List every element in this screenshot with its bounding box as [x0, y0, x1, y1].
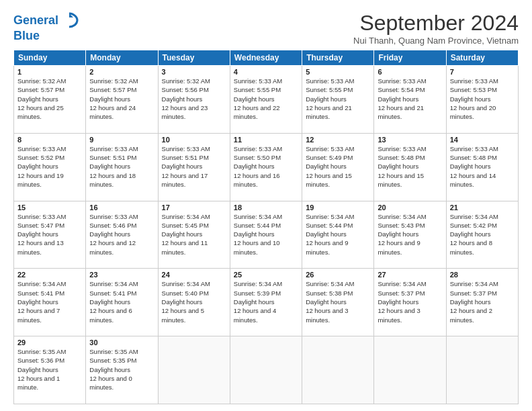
day-info: Sunrise: 5:33 AM Sunset: 5:51 PM Dayligh…: [162, 144, 226, 189]
day-number: 25: [234, 271, 298, 279]
day-info: Sunrise: 5:34 AM Sunset: 5:37 PM Dayligh…: [450, 279, 515, 324]
logo: General Blue: [13, 11, 79, 42]
table-row: 14 Sunrise: 5:33 AM Sunset: 5:48 PM Dayl…: [446, 133, 518, 201]
table-row: 9 Sunrise: 5:33 AM Sunset: 5:51 PM Dayli…: [86, 133, 158, 201]
day-number: 24: [162, 271, 226, 279]
day-info: Sunrise: 5:33 AM Sunset: 5:54 PM Dayligh…: [378, 77, 442, 121]
day-number: 21: [450, 203, 515, 212]
day-number: 16: [89, 203, 154, 212]
table-row: 29 Sunrise: 5:35 AM Sunset: 5:36 PM Dayl…: [14, 336, 86, 404]
day-info: Sunrise: 5:33 AM Sunset: 5:51 PM Dayligh…: [89, 144, 154, 189]
day-info: Sunrise: 5:33 AM Sunset: 5:50 PM Dayligh…: [234, 144, 298, 189]
table-row: 28 Sunrise: 5:34 AM Sunset: 5:37 PM Dayl…: [446, 269, 518, 336]
table-row: 27 Sunrise: 5:34 AM Sunset: 5:37 PM Dayl…: [374, 269, 446, 336]
table-row: 16 Sunrise: 5:33 AM Sunset: 5:46 PM Dayl…: [86, 201, 158, 269]
day-number: 7: [450, 68, 515, 76]
table-row: 5 Sunrise: 5:33 AM Sunset: 5:55 PM Dayli…: [302, 66, 374, 134]
table-row: 7 Sunrise: 5:33 AM Sunset: 5:53 PM Dayli…: [446, 66, 518, 134]
day-info: Sunrise: 5:33 AM Sunset: 5:55 PM Dayligh…: [306, 77, 370, 121]
table-row: 22 Sunrise: 5:34 AM Sunset: 5:41 PM Dayl…: [14, 269, 86, 336]
col-header-wednesday: Wednesday: [230, 50, 302, 66]
col-header-sunday: Sunday: [14, 50, 86, 66]
day-number: 14: [450, 136, 515, 144]
table-row: 21 Sunrise: 5:34 AM Sunset: 5:42 PM Dayl…: [446, 201, 518, 269]
table-row: 1 Sunrise: 5:32 AM Sunset: 5:57 PM Dayli…: [14, 66, 86, 134]
day-info: Sunrise: 5:34 AM Sunset: 5:39 PM Dayligh…: [234, 279, 298, 324]
day-number: 23: [89, 271, 154, 279]
table-row: 15 Sunrise: 5:33 AM Sunset: 5:47 PM Dayl…: [14, 201, 86, 269]
day-info: Sunrise: 5:33 AM Sunset: 5:47 PM Dayligh…: [17, 212, 82, 257]
day-info: Sunrise: 5:33 AM Sunset: 5:49 PM Dayligh…: [306, 144, 370, 189]
month-title: September 2024: [353, 11, 519, 36]
table-row: [230, 336, 302, 404]
day-info: Sunrise: 5:32 AM Sunset: 5:57 PM Dayligh…: [17, 77, 82, 121]
day-number: 12: [306, 136, 370, 144]
day-number: 27: [378, 271, 442, 279]
day-number: 18: [234, 203, 298, 212]
col-header-monday: Monday: [86, 50, 158, 66]
day-number: 26: [306, 271, 370, 279]
day-info: Sunrise: 5:34 AM Sunset: 5:45 PM Dayligh…: [162, 212, 226, 257]
day-info: Sunrise: 5:34 AM Sunset: 5:42 PM Dayligh…: [450, 212, 515, 257]
day-info: Sunrise: 5:33 AM Sunset: 5:53 PM Dayligh…: [450, 77, 515, 121]
logo-icon: [60, 11, 79, 30]
col-header-saturday: Saturday: [446, 50, 518, 66]
day-number: 22: [17, 271, 82, 279]
day-info: Sunrise: 5:35 AM Sunset: 5:36 PM Dayligh…: [17, 347, 82, 392]
day-number: 17: [162, 203, 226, 212]
day-number: 6: [378, 68, 442, 76]
table-row: 6 Sunrise: 5:33 AM Sunset: 5:54 PM Dayli…: [374, 66, 446, 134]
table-row: 10 Sunrise: 5:33 AM Sunset: 5:51 PM Dayl…: [158, 133, 230, 201]
day-info: Sunrise: 5:33 AM Sunset: 5:55 PM Dayligh…: [234, 77, 298, 121]
location: Nui Thanh, Quang Nam Province, Vietnam: [353, 36, 519, 46]
table-row: [158, 336, 230, 404]
day-info: Sunrise: 5:34 AM Sunset: 5:43 PM Dayligh…: [378, 212, 442, 257]
day-number: 30: [89, 338, 154, 347]
table-row: 30 Sunrise: 5:35 AM Sunset: 5:35 PM Dayl…: [86, 336, 158, 404]
table-row: 17 Sunrise: 5:34 AM Sunset: 5:45 PM Dayl…: [158, 201, 230, 269]
day-info: Sunrise: 5:34 AM Sunset: 5:38 PM Dayligh…: [306, 279, 370, 324]
day-number: 29: [17, 338, 82, 347]
table-row: 2 Sunrise: 5:32 AM Sunset: 5:57 PM Dayli…: [86, 66, 158, 134]
table-row: 20 Sunrise: 5:34 AM Sunset: 5:43 PM Dayl…: [374, 201, 446, 269]
table-row: 25 Sunrise: 5:34 AM Sunset: 5:39 PM Dayl…: [230, 269, 302, 336]
day-info: Sunrise: 5:33 AM Sunset: 5:48 PM Dayligh…: [378, 144, 442, 189]
day-number: 5: [306, 68, 370, 76]
header: General Blue September 2024 Nui Thanh, Q…: [13, 11, 519, 46]
table-row: 24 Sunrise: 5:34 AM Sunset: 5:40 PM Dayl…: [158, 269, 230, 336]
day-info: Sunrise: 5:34 AM Sunset: 5:40 PM Dayligh…: [162, 279, 226, 324]
col-header-friday: Friday: [374, 50, 446, 66]
day-number: 4: [234, 68, 298, 76]
day-number: 15: [17, 203, 82, 212]
day-info: Sunrise: 5:33 AM Sunset: 5:52 PM Dayligh…: [17, 144, 82, 189]
day-number: 3: [162, 68, 226, 76]
table-row: 18 Sunrise: 5:34 AM Sunset: 5:44 PM Dayl…: [230, 201, 302, 269]
col-header-thursday: Thursday: [302, 50, 374, 66]
day-info: Sunrise: 5:34 AM Sunset: 5:44 PM Dayligh…: [234, 212, 298, 257]
table-row: [446, 336, 518, 404]
day-number: 10: [162, 136, 226, 144]
table-row: 12 Sunrise: 5:33 AM Sunset: 5:49 PM Dayl…: [302, 133, 374, 201]
logo-blue-text: Blue: [13, 30, 40, 42]
col-header-tuesday: Tuesday: [158, 50, 230, 66]
table-row: 11 Sunrise: 5:33 AM Sunset: 5:50 PM Dayl…: [230, 133, 302, 201]
logo-text: General: [13, 14, 58, 26]
day-number: 9: [89, 136, 154, 144]
title-block: September 2024 Nui Thanh, Quang Nam Prov…: [353, 11, 519, 46]
calendar-table: SundayMondayTuesdayWednesdayThursdayFrid…: [13, 50, 519, 404]
day-info: Sunrise: 5:32 AM Sunset: 5:56 PM Dayligh…: [162, 77, 226, 121]
table-row: 26 Sunrise: 5:34 AM Sunset: 5:38 PM Dayl…: [302, 269, 374, 336]
day-number: 11: [234, 136, 298, 144]
table-row: 19 Sunrise: 5:34 AM Sunset: 5:44 PM Dayl…: [302, 201, 374, 269]
table-row: [302, 336, 374, 404]
table-row: 4 Sunrise: 5:33 AM Sunset: 5:55 PM Dayli…: [230, 66, 302, 134]
table-row: 3 Sunrise: 5:32 AM Sunset: 5:56 PM Dayli…: [158, 66, 230, 134]
day-info: Sunrise: 5:34 AM Sunset: 5:41 PM Dayligh…: [89, 279, 154, 324]
day-info: Sunrise: 5:34 AM Sunset: 5:41 PM Dayligh…: [17, 279, 82, 324]
day-number: 28: [450, 271, 515, 279]
table-row: 13 Sunrise: 5:33 AM Sunset: 5:48 PM Dayl…: [374, 133, 446, 201]
day-number: 2: [89, 68, 154, 76]
day-info: Sunrise: 5:33 AM Sunset: 5:46 PM Dayligh…: [89, 212, 154, 257]
day-info: Sunrise: 5:33 AM Sunset: 5:48 PM Dayligh…: [450, 144, 515, 189]
day-number: 13: [378, 136, 442, 144]
